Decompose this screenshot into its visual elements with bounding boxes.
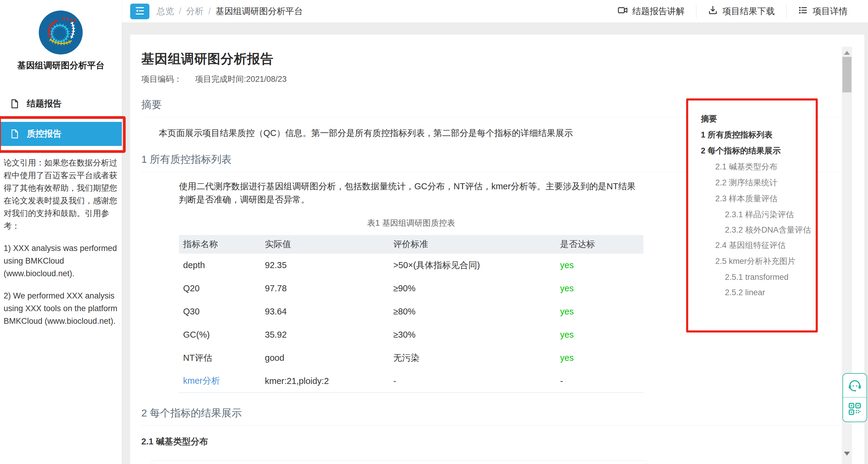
project-download-button[interactable]: 项目结果下载 [696,5,786,18]
project-details-button[interactable]: 项目详情 [786,5,859,18]
criteria-cell: 无污染 [389,346,556,370]
metric-value-cell: 97.78 [261,277,389,300]
report-title: 基因组调研图分析报告 [141,50,852,68]
criteria-cell: - [389,370,556,393]
table-header-row: 指标名称 实际值 评价标准 是否达标 [179,235,643,254]
pass-status-cell: yes [556,277,643,300]
metric-value-cell: kmer:21,ploidy:2 [261,370,389,393]
criteria-cell: >50×(具体指标见合同) [389,254,556,277]
metric-value-cell: 35.92 [261,323,389,346]
chart-panel: Base Distribution along Reads [152,460,646,464]
breadcrumb-item-0[interactable]: 总览 [157,5,174,18]
toc-item[interactable]: 2.3 样本质量评估 [715,194,816,204]
citation-ref-2: 2) We performed XXX analysis using XXX t… [4,289,120,327]
toc-item[interactable]: 2.5 kmer分析补充图片 [715,256,816,266]
metric-name-cell: NT评估 [179,346,261,370]
section2-heading: 2 每个指标的结果展示 [141,406,852,420]
pass-status-cell: - [556,370,643,393]
topbar-actions: 结题报告讲解 项目结果下载 项目详情 [606,4,859,18]
document-icon [10,99,20,109]
list-icon [798,5,808,18]
pass-status-cell: yes [556,323,643,346]
criteria-cell: ≥90% [389,277,556,300]
platform-logo-icon: AAAA [38,10,83,55]
sidebar: AAAA 基因组调研图分析平台 结题报告 [0,0,122,464]
report-explain-button[interactable]: 结题报告讲解 [606,5,696,18]
table-row: kmer分析kmer:21,ploidy:2-- [179,370,643,393]
metric-name-cell: GC(%) [179,323,261,346]
section-divider [141,425,852,426]
metric-value-cell: good [261,346,389,370]
column-header: 实际值 [261,235,389,254]
kmer-analysis-link[interactable]: kmer分析 [179,370,261,393]
qc-table: 指标名称 实际值 评价标准 是否达标 depth92.35>50×(具体指标见合… [179,235,643,393]
sidebar-item-label: 结题报告 [27,98,62,110]
report-meta: 项目编码： 项目完成时间:2021/08/23 [141,74,852,85]
project-code-label: 项目编码： [141,74,182,85]
page: AAAA 基因组调研图分析平台 结题报告 [0,0,868,464]
column-header: 指标名称 [179,235,261,254]
section1-description: 使用二代测序数据进行基因组调研图分析，包括数据量统计，GC分布，NT评估，kme… [179,180,643,206]
video-icon [618,5,628,18]
sidebar-item-final-report[interactable]: 结题报告 [0,92,122,116]
table-caption: 表1 基因组调研图质控表 [179,218,643,228]
subsection-heading: 2.1 碱基类型分布 [141,436,852,448]
breadcrumb-separator: / [179,6,181,16]
headset-icon [847,377,862,394]
table-row: Q3093.64≥80%yes [179,300,643,323]
collapse-menu-button[interactable] [130,4,149,19]
action-label: 项目结果下载 [722,5,775,18]
toc-item[interactable]: 2.3.2 核外DNA含量评估 [725,225,816,235]
criteria-cell: ≥80% [389,300,556,323]
metric-value-cell: 93.64 [261,300,389,323]
download-icon [708,5,718,18]
qr-code-icon [848,402,862,417]
menu-fold-icon [134,5,145,18]
column-header: 是否达标 [556,235,643,254]
scrollbar-down-arrow-icon[interactable] [844,452,850,456]
topbar: 总览/分析/基因组调研图分析平台 结题报告讲解 项目结果下载 [122,0,868,23]
criteria-cell: ≥30% [389,323,556,346]
toc-item[interactable]: 2.1 碱基类型分布 [715,162,816,172]
toc-item[interactable]: 2.2 测序结果统计 [715,177,816,188]
table-row: depth92.35>50×(具体指标见合同)yes [179,254,643,277]
table-row: Q2097.78≥90%yes [179,277,643,300]
action-label: 项目详情 [813,5,847,18]
table-row: NT评估good无污染yes [179,346,643,370]
toc-item[interactable]: 2 每个指标的结果展示 [701,146,816,156]
column-header: 评价标准 [389,235,556,254]
metric-name-cell: Q20 [179,277,261,300]
pass-status-cell: yes [556,346,643,370]
sidebar-item-qc-report[interactable]: 质控报告 [0,122,122,146]
customer-service-button[interactable] [843,374,867,398]
toc-item[interactable]: 1 所有质控指标列表 [701,130,816,140]
toc-item[interactable]: 2.5.1 transformed [725,272,816,282]
floating-button-group [842,373,867,422]
toc-item[interactable]: 2.5.2 linear [725,287,816,298]
table-row: GC(%)35.92≥30%yes [179,323,643,346]
citation-intro: 论文引用：如果您在数据分析过程中使用了百迈客云平台或者获得了其他有效帮助，我们期… [4,156,120,232]
metric-name-cell: Q30 [179,300,261,323]
citation-block: 论文引用：如果您在数据分析过程中使用了百迈客云平台或者获得了其他有效帮助，我们期… [4,156,120,337]
qr-code-button[interactable] [843,398,867,421]
pass-status-cell: yes [556,300,643,323]
scrollbar-up-arrow-icon[interactable] [844,51,850,55]
pass-status-cell: yes [556,254,643,277]
qc-table-body: depth92.35>50×(具体指标见合同)yesQ2097.78≥90%ye… [179,254,643,393]
toc-item[interactable]: 2.4 基因组特征评估 [715,240,816,250]
breadcrumb-item-2[interactable]: 基因组调研图分析平台 [216,5,303,18]
toc-panel: 摘要1 所有质控指标列表2 每个指标的结果展示2.1 碱基类型分布2.2 测序结… [688,100,816,330]
metric-value-cell: 92.35 [261,254,389,277]
breadcrumb-separator: / [208,6,211,16]
toc-item[interactable]: 摘要 [701,114,816,124]
toc-item[interactable]: 2.3.1 样品污染评估 [725,209,816,220]
scrollbar-thumb[interactable] [842,57,851,92]
completion-time: 项目完成时间:2021/08/23 [195,74,287,85]
action-label: 结题报告讲解 [632,5,685,18]
citation-ref-1: 1) XXX analysis was performed using BMKC… [4,242,120,280]
toc-list: 摘要1 所有质控指标列表2 每个指标的结果展示2.1 碱基类型分布2.2 测序结… [701,114,816,298]
document-icon [10,129,20,139]
platform-name: 基因组调研图分析平台 [0,60,122,71]
breadcrumb-item-1[interactable]: 分析 [186,5,204,18]
sidebar-item-label: 质控报告 [27,128,62,140]
